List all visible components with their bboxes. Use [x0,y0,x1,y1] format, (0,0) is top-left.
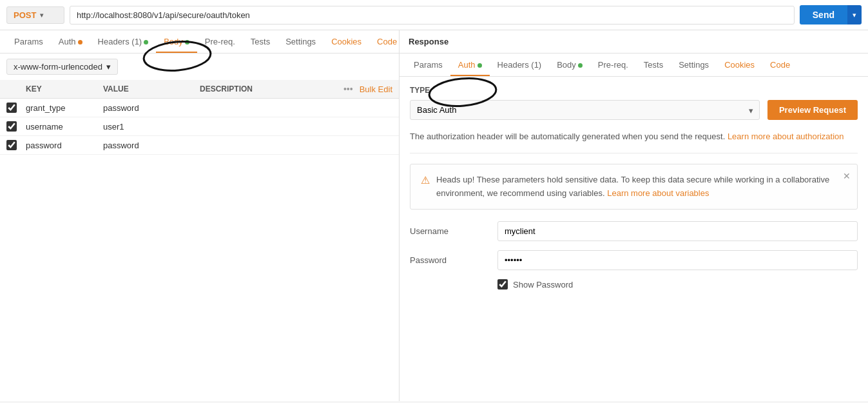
auth-divider [410,153,858,153]
table-row: username user1 [0,117,399,136]
preview-request-button[interactable]: Preview Request [767,100,858,120]
password-input[interactable] [497,250,858,270]
send-dropdown-button[interactable]: ▾ [847,5,862,25]
body-dot-left [185,40,189,44]
send-button[interactable]: Send [800,5,847,25]
show-password-checkbox[interactable] [497,279,508,290]
tab-headers-right[interactable]: Headers (1) [490,54,550,76]
right-panel: Response Params Auth Headers (1) Body Pr… [400,30,868,401]
table-row: grant_type password [0,99,399,117]
tab-params-right[interactable]: Params [406,54,450,76]
learn-more-variables-link[interactable]: Learn more about variables [607,188,709,198]
tab-cookies-right[interactable]: Cookies [717,54,762,76]
tab-params-left[interactable]: Params [6,30,51,53]
method-dropdown-arrow: ▾ [40,12,43,19]
more-options-icon[interactable]: ••• [343,84,353,94]
tab-prereq-right[interactable]: Pre-req. [590,54,636,76]
row-value-2: password [103,141,200,150]
username-label: Username [410,226,487,236]
tab-settings-right[interactable]: Settings [671,54,717,76]
auth-dot-left [78,40,82,44]
tab-prereq-left[interactable]: Pre-req. [197,30,243,53]
row-value-1: user1 [103,122,200,132]
row-checkbox-0[interactable] [6,103,17,113]
tab-cookies-left[interactable]: Cookies [323,30,369,53]
method-select[interactable]: POST ▾ [6,6,64,24]
tab-body-right[interactable]: Body [549,54,590,76]
th-description: DESCRIPTION [200,84,343,93]
table-row: password password [0,136,399,155]
tab-body-left[interactable]: Body [156,30,197,53]
main-layout: Params Auth Headers (1) Body Pre-req. Te… [0,30,868,401]
type-select-wrapper[interactable]: Basic Auth [410,100,760,120]
left-panel: Params Auth Headers (1) Body Pre-req. Te… [0,30,400,401]
th-value: VALUE [103,84,200,93]
show-password-row: Show Password [410,279,858,290]
row-key-2: password [26,141,103,150]
body-dot-right [578,63,583,68]
bulk-edit-button[interactable]: Bulk Edit [360,84,392,94]
tab-auth-right[interactable]: Auth [450,54,490,76]
row-checkbox-2[interactable] [6,140,17,150]
type-select[interactable]: Basic Auth [410,100,760,120]
auth-content: TYPE Basic Auth Preview Request The auth… [400,77,868,401]
kv-table-header: KEY VALUE DESCRIPTION ••• Bulk Edit [0,80,399,99]
show-password-label: Show Password [513,280,573,290]
learn-more-auth-link[interactable]: Learn more about authorization [728,132,844,141]
response-header: Response [400,30,868,54]
tab-settings-left[interactable]: Settings [278,30,323,53]
username-input[interactable] [497,221,858,241]
tab-tests-left[interactable]: Tests [243,30,278,53]
encoding-label: x-www-form-urlencoded [14,62,102,72]
headers-dot-left [144,40,148,44]
auth-description: The authorization header will be automat… [410,130,858,144]
left-tab-bar: Params Auth Headers (1) Body Pre-req. Te… [0,30,399,54]
encoding-dropdown[interactable]: x-www-form-urlencoded ▾ [6,59,118,75]
auth-desc-text: The authorization header will be automat… [410,132,725,141]
url-input[interactable] [70,6,795,25]
username-row: Username [410,221,858,241]
row-key-0: grant_type [26,103,103,113]
top-bar: POST ▾ Send ▾ [0,0,868,30]
row-checkbox-1[interactable] [6,121,17,132]
alert-icon: ⚠ [421,174,430,186]
type-label: TYPE [410,86,858,95]
method-label: POST [14,10,36,20]
auth-dot-right [477,63,482,68]
tab-auth-left[interactable]: Auth [51,30,90,53]
encoding-arrow: ▾ [106,62,111,72]
response-title: Response [409,37,448,46]
tab-tests-right[interactable]: Tests [636,54,671,76]
send-btn-group: Send ▾ [800,5,862,25]
alert-text: Heads up! These parameters hold sensitiv… [436,173,847,201]
row-value-0: password [103,103,200,113]
alert-close-button[interactable]: ✕ [843,171,851,181]
alert-box: ⚠ Heads up! These parameters hold sensit… [410,164,858,210]
type-select-row: Basic Auth Preview Request [410,100,858,120]
tab-headers-left[interactable]: Headers (1) [90,30,157,53]
tab-code-right[interactable]: Code [762,54,798,76]
password-label: Password [410,255,487,265]
row-key-1: username [26,122,103,132]
tab-code-left[interactable]: Code [369,30,405,53]
right-tab-bar: Params Auth Headers (1) Body Pre-req. Te… [400,54,868,77]
th-key: KEY [26,84,103,93]
password-row: Password [410,250,858,270]
